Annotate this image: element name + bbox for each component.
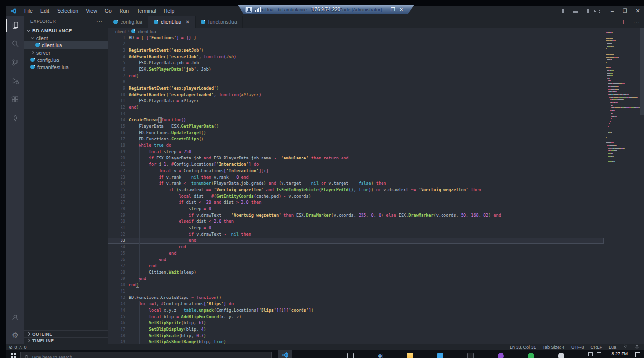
tab-client-lua[interactable]: client.lua✕ xyxy=(148,16,196,28)
code-line-41[interactable]: 41 xyxy=(108,288,604,295)
status-eol[interactable]: CRLF xyxy=(590,345,602,350)
code-line-23[interactable]: 23 if v.rank == nil then v.rank = 0 end xyxy=(108,174,604,180)
taskbar-icon-chrome[interactable] xyxy=(377,353,383,358)
code-line-36[interactable]: 36 end xyxy=(108,257,604,263)
breadcrumb-file[interactable]: client.lua xyxy=(138,29,156,34)
menu-item-go[interactable]: Go xyxy=(101,6,116,16)
code-line-44[interactable]: 44 local x,y,z = table.unpack(Config.Loc… xyxy=(108,307,604,314)
code-line-17[interactable]: 17 BD.Functions.CreateBlips() xyxy=(108,136,604,142)
menu-item-edit[interactable]: Edit xyxy=(37,6,53,16)
editor-more-icon[interactable]: ··· xyxy=(633,19,640,25)
restore-button[interactable]: ❐ xyxy=(619,6,631,16)
editor-scrollbar[interactable] xyxy=(640,28,644,115)
menu-item-file[interactable]: File xyxy=(20,6,37,16)
code-line-35[interactable]: 35 end xyxy=(108,250,604,257)
taskbar-icon-app-blue[interactable] xyxy=(437,353,443,358)
rdp-minimize-button[interactable]: – xyxy=(383,5,386,14)
code-line-34[interactable]: 34 end xyxy=(108,244,604,250)
code-line-3[interactable]: 3RegisterNetEvent('esx:setJob') xyxy=(108,47,604,54)
code-line-40[interactable]: 40end) xyxy=(108,282,604,288)
explorer-more-icon[interactable]: ··· xyxy=(96,19,103,24)
toggle-secondary-sidebar-icon[interactable] xyxy=(584,9,589,13)
rdp-restore-button[interactable]: ❐ xyxy=(391,5,395,14)
sidebar-section-outline[interactable]: OUTLINE xyxy=(24,330,108,337)
toggle-sidebar-icon[interactable] xyxy=(562,9,567,13)
code-line-9[interactable]: 9RegisterNetEvent('esx:playerLoaded') xyxy=(108,85,604,92)
rdp-signal-icon[interactable] xyxy=(255,7,261,12)
code-line-16[interactable]: 16 BD.Functions.UpdateTarget() xyxy=(108,130,604,136)
menu-item-help[interactable]: Help xyxy=(160,6,179,16)
close-tab-icon[interactable]: ✕ xyxy=(185,20,189,25)
code-line-10[interactable]: 10AddEventHandler('esx:playerLoaded', fu… xyxy=(108,92,604,98)
code-line-18[interactable]: 18 while true do xyxy=(108,142,604,149)
explorer-item-client-lua[interactable]: client.lua xyxy=(24,41,108,49)
activity-item-mongodb-leaf[interactable] xyxy=(6,109,24,127)
code-line-15[interactable]: 15 PlayerData = ESX.GetPlayerData() xyxy=(108,123,604,130)
breadcrumb[interactable]: client › client.lua xyxy=(108,28,644,35)
taskbar-icon-file-explorer[interactable] xyxy=(407,353,413,358)
activity-item-account[interactable] xyxy=(6,309,24,326)
taskbar-clock[interactable]: 8:27 PM xyxy=(611,351,628,356)
code-line-33[interactable]: 33 end xyxy=(108,238,604,244)
code-line-28[interactable]: 28 sleep = 0 xyxy=(108,206,604,212)
code-line-6[interactable]: 6 ESX.SetPlayerData('job', Job) xyxy=(108,66,604,73)
code-line-30[interactable]: 30 elseif dist < 2.0 then xyxy=(108,219,604,225)
code-line-46[interactable]: 46 SetBlipSprite(blip, 61) xyxy=(108,320,604,326)
activity-item-explorer[interactable] xyxy=(6,16,24,35)
explorer-item-fxmanifest-lua[interactable]: fxmanifest.lua xyxy=(24,63,108,71)
code-line-13[interactable]: 13 xyxy=(108,111,604,117)
code-line-4[interactable]: 4AddEventHandler('esx:setJob', function(… xyxy=(108,54,604,60)
notification-center-icon[interactable] xyxy=(635,352,640,357)
taskbar-icon-app-green[interactable] xyxy=(528,353,534,358)
activity-item-search[interactable] xyxy=(6,35,24,53)
system-tray[interactable] xyxy=(588,352,601,356)
breadcrumb-folder[interactable]: client xyxy=(115,29,126,34)
start-button-icon[interactable] xyxy=(11,353,16,358)
code-line-48[interactable]: 48 SetBlipScale(blip, 0.7) xyxy=(108,333,604,339)
code-line-37[interactable]: 37 end xyxy=(108,263,604,269)
taskbar-icon-app-gray[interactable] xyxy=(558,353,564,358)
tab-functions-lua[interactable]: functions.lua xyxy=(196,16,243,28)
code-line-29[interactable]: 29 if v.drawText == 'Voertuig wegzetten'… xyxy=(108,212,604,219)
code-line-25[interactable]: 25 if (v.drawText == 'Voertuig wegzetten… xyxy=(108,187,604,193)
explorer-item-client[interactable]: client xyxy=(24,34,108,41)
code-line-1[interactable]: 1BD = { ['Functions'] = {} } xyxy=(108,35,604,41)
activity-item-run-debug[interactable] xyxy=(6,72,24,90)
code-line-2[interactable]: 2 xyxy=(108,41,604,47)
status-encoding[interactable]: UTF-8 xyxy=(571,345,584,350)
taskbar-icon-terminal[interactable] xyxy=(467,353,474,358)
status-tab-size[interactable]: Tab Size: 4 xyxy=(543,345,564,350)
activity-item-extensions[interactable] xyxy=(6,90,24,109)
code-editor[interactable]: 1BD = { ['Functions'] = {} }23RegisterNe… xyxy=(108,35,604,344)
code-line-19[interactable]: 19 local sleep = 750 xyxy=(108,149,604,155)
code-line-11[interactable]: 11 ESX.PlayerData = xPlayer xyxy=(108,98,604,104)
sidebar-section-timeline[interactable]: TIMELINE xyxy=(24,337,108,344)
explorer-root-folder[interactable]: BD-AMBULANCE xyxy=(24,27,108,34)
menu-item-selection[interactable]: Selection xyxy=(53,6,82,16)
split-editor-icon[interactable] xyxy=(623,20,628,24)
taskbar-icon-task-view[interactable] xyxy=(347,353,354,358)
code-line-45[interactable]: 45 local blip = AddBlipForCoord(x, y, z) xyxy=(108,314,604,320)
code-line-39[interactable]: 39 end xyxy=(108,276,604,282)
explorer-item-server[interactable]: server xyxy=(24,49,108,56)
taskbar-vscode-slot[interactable] xyxy=(278,350,292,358)
code-line-42[interactable]: 42BD.Functions.CreateBlips = function() xyxy=(108,295,604,301)
taskbar-search-input[interactable]: Type here to search xyxy=(20,352,272,358)
status-language-mode[interactable]: Lua xyxy=(609,345,616,350)
code-line-32[interactable]: 32 if v.drawText ~= nil then xyxy=(108,231,604,238)
code-line-7[interactable]: 7end) xyxy=(108,73,604,79)
code-line-22[interactable]: 22 local v = Config.Locations['Interacti… xyxy=(108,168,604,174)
problems-status[interactable]: ⊘ 0 △ 0 xyxy=(6,345,27,350)
code-line-20[interactable]: 20 if ESX.PlayerData.job and ESX.PlayerD… xyxy=(108,155,604,161)
rdp-pin-icon[interactable] xyxy=(245,6,252,13)
activity-item-source-control[interactable] xyxy=(6,53,24,72)
menu-item-terminal[interactable]: Terminal xyxy=(133,6,160,16)
code-line-12[interactable]: 12end) xyxy=(108,104,604,111)
code-line-5[interactable]: 5 ESX.PlayerData.job = Job xyxy=(108,60,604,66)
code-line-8[interactable]: 8 xyxy=(108,79,604,85)
status-cursor-position[interactable]: Ln 33, Col 31 xyxy=(510,345,536,350)
feedback-icon[interactable] xyxy=(623,344,628,350)
code-line-47[interactable]: 47 SetBlipDisplay(blip, 4) xyxy=(108,326,604,333)
code-line-26[interactable]: 26 local dist = #(GetEntityCoords(cache.… xyxy=(108,193,604,199)
rdp-close-button[interactable]: ✕ xyxy=(400,5,403,14)
